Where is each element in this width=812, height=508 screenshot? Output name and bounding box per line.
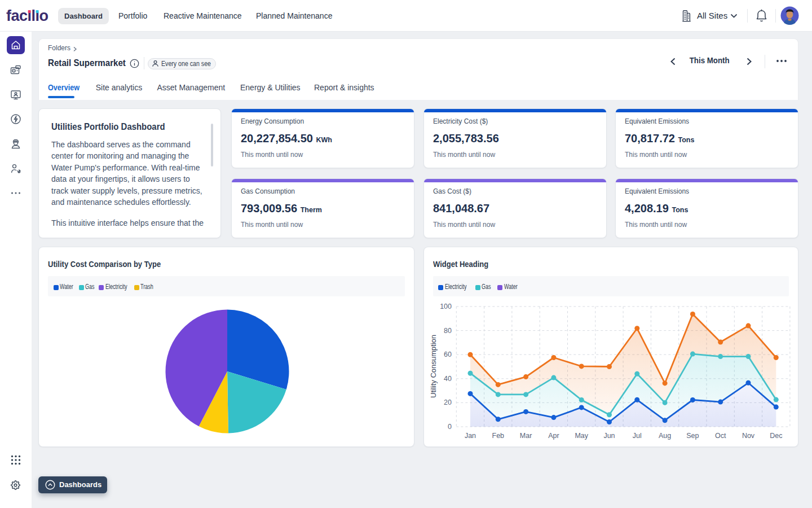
svg-text:0: 0: [448, 423, 452, 431]
svg-text:Utility Consumption: Utility Consumption: [429, 335, 438, 398]
svg-text:Apr: Apr: [548, 432, 559, 440]
svg-text:40: 40: [444, 375, 452, 383]
svg-text:Nov: Nov: [742, 432, 755, 440]
svg-text:Mar: Mar: [520, 432, 532, 440]
svg-text:100: 100: [440, 303, 452, 310]
svg-text:facılıo: facılıo: [6, 7, 48, 24]
svg-text:Dec: Dec: [770, 432, 782, 440]
svg-text:Feb: Feb: [492, 432, 505, 440]
svg-text:Jan: Jan: [465, 432, 476, 440]
svg-text:Aug: Aug: [659, 432, 671, 440]
svg-text:Jul: Jul: [633, 432, 642, 440]
svg-text:20: 20: [444, 398, 452, 406]
svg-text:60: 60: [444, 351, 452, 358]
svg-text:May: May: [575, 432, 588, 440]
svg-text:Oct: Oct: [715, 432, 726, 440]
svg-text:80: 80: [444, 327, 452, 335]
svg-text:Jun: Jun: [603, 432, 615, 440]
svg-text:Sep: Sep: [686, 432, 699, 440]
